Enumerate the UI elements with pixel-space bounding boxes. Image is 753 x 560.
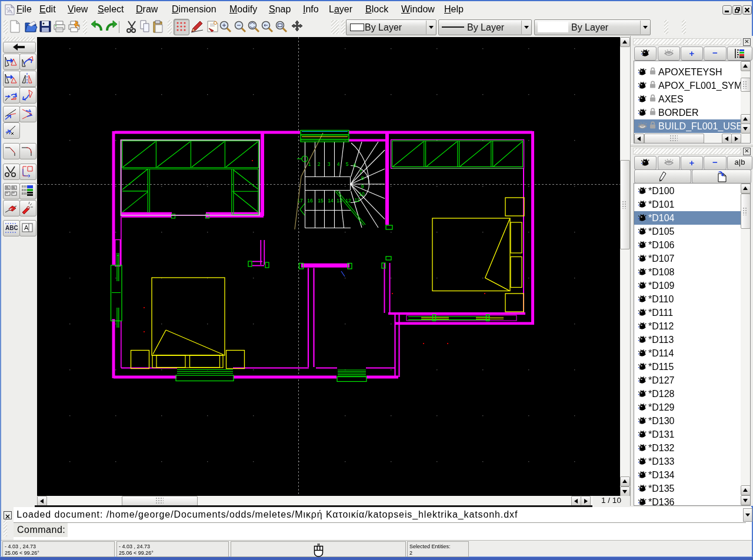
svg-text:2: 2 (318, 161, 321, 167)
svg-text:5: 5 (346, 161, 349, 167)
svg-text:11: 11 (355, 197, 360, 203)
svg-text:9: 9 (361, 184, 364, 189)
svg-text:14: 14 (328, 198, 334, 204)
svg-text:A: A (24, 224, 29, 231)
svg-text:4: 4 (337, 161, 340, 167)
svg-text:16: 16 (307, 198, 313, 204)
svg-text:15: 15 (318, 198, 324, 204)
svg-text:7: 7 (359, 169, 362, 175)
svg-text:ABC: ABC (5, 225, 18, 231)
svg-text:8: 8 (361, 175, 364, 181)
svg-text:3: 3 (328, 161, 331, 167)
svg-text:10: 10 (359, 191, 365, 197)
svg-text:12: 12 (345, 198, 351, 204)
svg-text:6: 6 (354, 162, 356, 168)
